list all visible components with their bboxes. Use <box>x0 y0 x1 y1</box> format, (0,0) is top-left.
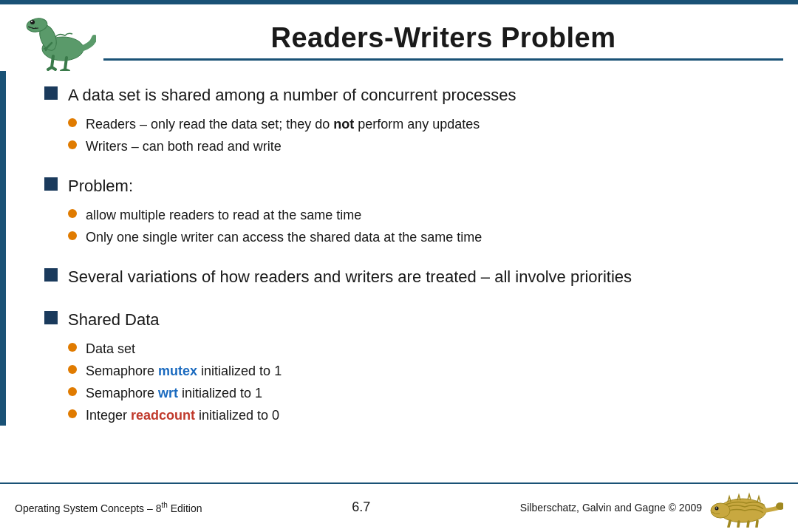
footer-copyright: Silberschatz, Galvin and Gagne © 2009 <box>520 502 702 514</box>
sub-bullet-text-4-4: Integer readcount initialized to 0 <box>86 406 279 426</box>
bullet-icon-2 <box>44 177 58 191</box>
sub-bullet-icon-4-3 <box>68 387 77 396</box>
sub-bullet-text-2-2: Only one single writer can access the sh… <box>86 228 482 248</box>
svg-point-4 <box>31 21 33 22</box>
dino-bottom-icon <box>709 487 783 528</box>
mutex-highlight: mutex <box>158 364 197 378</box>
svg-line-11 <box>738 522 739 527</box>
left-accent <box>0 71 6 426</box>
slide-title: Readers-Writers Problem <box>103 22 783 54</box>
gap-3 <box>44 296 754 306</box>
sub-bullet-text-1-2: Writers – can both read and write <box>86 137 282 157</box>
not-bold: not <box>333 117 354 132</box>
svg-point-6 <box>711 503 730 518</box>
main-bullet-text-1: A data set is shared among a number of c… <box>68 84 516 107</box>
header: Readers-Writers Problem <box>0 4 798 71</box>
svg-point-3 <box>30 20 35 24</box>
readers-prefix: Readers – only read the data set; they d… <box>86 117 333 132</box>
sub-bullet-4-2: Semaphore mutex initialized to 1 <box>68 361 754 381</box>
sub-bullet-icon-2-1 <box>68 209 77 218</box>
bullet-icon-3 <box>44 268 58 282</box>
dino-top-icon <box>15 12 96 71</box>
sub-bullet-text-1-1: Readers – only read the data set; they d… <box>86 115 480 134</box>
sub-bullet-4-4: Integer readcount initialized to 0 <box>68 406 754 426</box>
bullet-icon-1 <box>44 86 58 100</box>
title-area: Readers-Writers Problem <box>103 22 783 61</box>
sub-bullet-icon-1-1 <box>68 118 77 127</box>
sub-bullet-text-4-2: Semaphore mutex initialized to 1 <box>86 361 282 381</box>
sub-bullet-1-2: Writers – can both read and write <box>68 137 754 157</box>
main-bullet-1: A data set is shared among a number of c… <box>44 84 754 107</box>
semaphore-mutex-suffix: initialized to 1 <box>197 364 282 378</box>
sub-bullet-icon-4-4 <box>68 409 77 418</box>
sub-bullet-text-2-1: allow multiple readers to read at the sa… <box>86 205 361 225</box>
semaphore-wrt-prefix: Semaphore <box>86 386 158 400</box>
wrt-highlight: wrt <box>158 386 178 400</box>
sub-bullet-4-1: Data set <box>68 339 754 359</box>
footer: Operating System Concepts – 8th Edition … <box>0 482 798 532</box>
sub-bullet-4-3: Semaphore wrt initialized to 1 <box>68 383 754 403</box>
main-bullet-4: Shared Data <box>44 309 754 332</box>
footer-superscript: th <box>161 501 167 509</box>
integer-suffix: initialized to 0 <box>195 408 279 423</box>
sub-bullet-2-1: allow multiple readers to read at the sa… <box>68 205 754 225</box>
readcount-highlight: readcount <box>131 408 195 423</box>
semaphore-mutex-prefix: Semaphore <box>86 364 158 378</box>
sub-bullets-4: Data set Semaphore mutex initialized to … <box>68 339 754 428</box>
main-bullet-3: Several variations of how readers and wr… <box>44 266 754 289</box>
footer-title-text: Operating System Concepts – 8 <box>15 502 161 514</box>
sub-bullet-icon-1-2 <box>68 140 77 149</box>
integer-prefix: Integer <box>86 408 131 423</box>
svg-point-8 <box>716 508 717 509</box>
main-bullet-2: Problem: <box>44 175 754 198</box>
sub-bullet-icon-4-2 <box>68 365 77 374</box>
gap-2 <box>44 257 754 263</box>
footer-page-number: 6.7 <box>352 499 370 515</box>
footer-right: Silberschatz, Galvin and Gagne © 2009 <box>520 487 783 528</box>
main-bullet-text-3: Several variations of how readers and wr… <box>68 266 632 289</box>
footer-left: Operating System Concepts – 8th Edition <box>15 501 202 514</box>
sub-bullet-text-4-1: Data set <box>86 339 135 359</box>
main-bullet-text-2: Problem: <box>68 175 133 198</box>
svg-line-12 <box>748 522 748 527</box>
sub-bullet-2-2: Only one single writer can access the sh… <box>68 228 754 248</box>
readers-suffix: perform any updates <box>354 117 480 132</box>
bullet-icon-4 <box>44 311 58 324</box>
svg-line-10 <box>729 521 730 527</box>
slide: Readers-Writers Problem A data set is sh… <box>0 0 798 532</box>
content: A data set is shared among a number of c… <box>0 71 798 482</box>
sub-bullets-2: allow multiple readers to read at the sa… <box>68 205 754 250</box>
footer-edition-text: Operating System Concepts – 8th Edition <box>15 501 202 514</box>
gap-1 <box>44 166 754 172</box>
sub-bullet-1-1: Readers – only read the data set; they d… <box>68 115 754 134</box>
main-bullet-text-4: Shared Data <box>68 309 160 332</box>
sub-bullet-icon-4-1 <box>68 343 77 352</box>
writers-text: Writers – can both read and write <box>86 139 282 154</box>
sub-bullet-text-4-3: Semaphore wrt initialized to 1 <box>86 383 262 403</box>
svg-line-13 <box>757 521 757 527</box>
sub-bullets-1: Readers – only read the data set; they d… <box>68 115 754 159</box>
semaphore-wrt-suffix: initialized to 1 <box>178 386 262 400</box>
sub-bullet-icon-2-2 <box>68 231 77 240</box>
footer-edition-suffix: Edition <box>168 502 202 514</box>
title-underline <box>103 58 783 61</box>
